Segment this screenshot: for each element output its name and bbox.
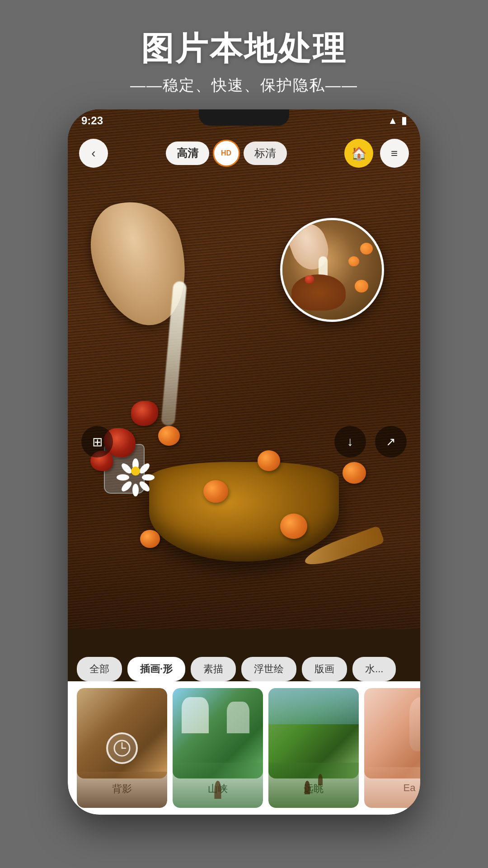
tab-all[interactable]: 全部 [77,657,122,681]
quality-high-option[interactable]: 高清 [166,142,209,165]
flower [122,458,149,485]
tab-woodblock[interactable]: 版画 [302,657,347,681]
style-item-4[interactable]: Ea [364,688,420,808]
style-thumb-3 [268,688,359,778]
back-icon: ‹ [91,146,95,160]
fruit-5 [343,462,366,484]
style-thumb-1 [77,688,167,778]
page-subtitle: ——稳定、快速、保护隐私—— [130,75,358,96]
circle-food-bowl [291,274,346,311]
star-button[interactable]: 🏠 [344,139,373,168]
filter-tabs: 全部 插画·形 素描 浮世绘 版画 水... [68,657,420,681]
style-item-2[interactable]: 山峡 [173,688,263,808]
tab-illustration[interactable]: 插画·形 [127,657,185,681]
star-icon: 🏠 [351,146,367,161]
tab-sketch[interactable]: 素描 [191,657,236,681]
bottom-gradient [68,539,420,629]
flower-center [131,467,140,476]
style-item-3[interactable]: 远眺 [268,688,359,808]
status-time: 9:23 [81,114,103,127]
style-thumb-2 [173,688,263,778]
fruit-1 [203,480,228,503]
bottom-action-bar: ⊞ ↓ ↗ [68,426,420,458]
download-button[interactable]: ↓ [334,426,366,458]
status-icons: ▲ ▮ [388,115,407,127]
page-title: 图片本地处理 [130,27,358,71]
style-strip: 背影 山峡 [68,681,420,815]
share-button[interactable]: ↗ [375,426,407,458]
red-fruit-2 [131,401,158,426]
share-icon: ↗ [386,435,396,449]
art-scene [68,109,420,629]
fruit-3 [280,514,307,539]
main-image: ‹ 高清 HD 标清 🏠 ≡ [68,109,420,629]
style-item-1[interactable]: 背影 [77,688,167,808]
tab-more[interactable]: 水... [352,657,396,681]
hd-badge[interactable]: HD [213,140,240,167]
filter-icon: ⊞ [92,434,103,449]
clock-icon [106,732,138,764]
wifi-icon: ▲ [388,115,398,127]
filter-button[interactable]: ⊞ [81,426,113,458]
phone-frame: 9:23 ▲ ▮ [68,109,420,815]
circle-preview-inner [282,220,382,320]
phone-screen: 9:23 ▲ ▮ [68,109,420,815]
quality-standard-option[interactable]: 标清 [244,142,287,165]
menu-icon: ≡ [391,146,398,160]
download-icon: ↓ [347,434,353,449]
action-btn-group: ↓ ↗ [334,426,407,458]
style-thumb-4 [364,688,420,778]
battery-icon: ▮ [401,115,407,127]
hand-area [95,200,230,381]
toolbar-right: 🏠 ≡ [344,139,409,168]
menu-button[interactable]: ≡ [380,139,409,168]
back-button[interactable]: ‹ [79,139,108,168]
tab-ukiyo[interactable]: 浮世绘 [241,657,296,681]
toolbar: ‹ 高清 HD 标清 🏠 ≡ [68,132,420,175]
page-header: 图片本地处理 ——稳定、快速、保护隐私—— [130,27,358,96]
status-bar: 9:23 ▲ ▮ [68,109,420,132]
circle-preview [280,218,384,322]
quality-toggle: 高清 HD 标清 [117,140,335,167]
